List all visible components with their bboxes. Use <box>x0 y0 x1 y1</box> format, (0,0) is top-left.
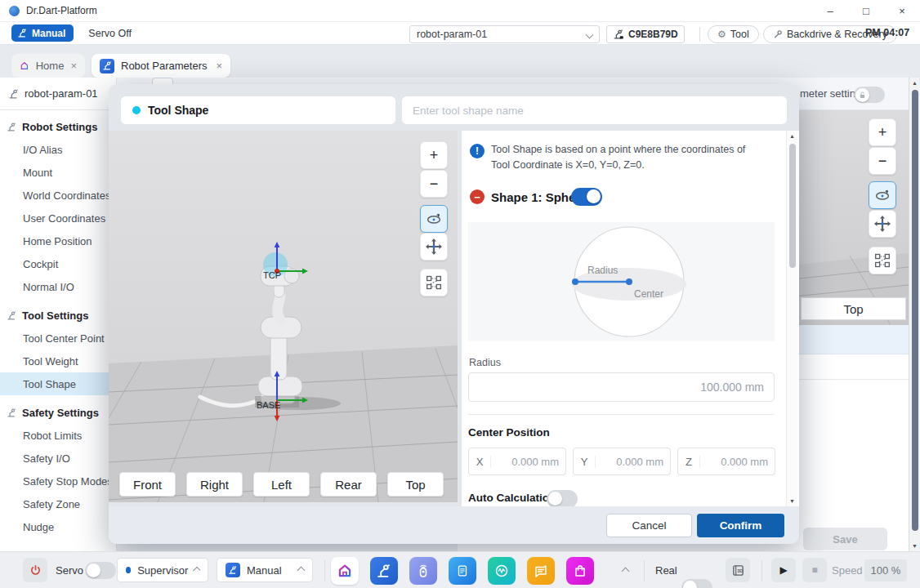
clock-text: PM 04:07 <box>865 27 909 38</box>
bg-pan-button[interactable] <box>869 210 896 238</box>
auto-calculation-toggle[interactable] <box>547 490 578 506</box>
dialog-3d-viewport[interactable]: TCP BASE + − <box>109 131 458 502</box>
main-scrollbar-thumb[interactable] <box>912 90 918 531</box>
center-y-input[interactable] <box>596 456 670 468</box>
axis-z-label: Z <box>678 456 700 468</box>
teach-pendant-app-icon[interactable] <box>409 557 437 585</box>
sidebar-item-tool-shape[interactable]: Tool Shape <box>0 372 116 395</box>
program-dropdown[interactable]: robot-param-01 <box>409 25 600 43</box>
sidebar-item-normal-io[interactable]: Normal I/O <box>0 275 116 298</box>
sidebar-item-safety-zone[interactable]: Safety Zone <box>0 492 116 515</box>
zoom-out-button[interactable]: − <box>420 170 448 198</box>
scroll-down-icon[interactable]: ▼ <box>909 543 920 549</box>
bg-measure-button[interactable] <box>869 247 896 274</box>
mode-dropdown[interactable]: Manual <box>217 558 313 582</box>
view-left-button[interactable]: Left <box>253 472 310 497</box>
home-app-icon[interactable] <box>331 557 359 585</box>
robot-parameters-icon <box>100 59 114 74</box>
info-icon: ! <box>470 144 485 158</box>
minimize-button[interactable]: – <box>812 0 848 22</box>
bg-zoom-in-button[interactable]: + <box>869 118 896 146</box>
role-status-dot <box>126 567 131 573</box>
sidebar-item-tool-center-point[interactable]: Tool Center Point <box>0 327 116 350</box>
status-dot-icon <box>132 106 141 114</box>
settings-lock-toggle[interactable] <box>854 87 885 103</box>
chat-app-icon[interactable] <box>527 557 555 585</box>
manual-mode-button[interactable]: Manual <box>11 24 74 42</box>
pan-icon <box>425 238 443 256</box>
sidebar-item-cockpit[interactable]: Cockpit <box>0 252 116 275</box>
view-top-button[interactable]: Top <box>387 472 444 497</box>
simulator-3d-button[interactable]: 3D <box>726 558 750 582</box>
maximize-button[interactable]: □ <box>848 0 884 22</box>
dock-divider <box>761 560 762 581</box>
save-button[interactable]: Save <box>803 528 887 550</box>
window-title: Dr.Dart-Platform <box>26 5 97 16</box>
tool-shape-name-input[interactable] <box>402 96 787 124</box>
orbit-button[interactable] <box>420 205 448 233</box>
bg-zoom-out-button[interactable]: − <box>869 147 896 175</box>
chevron-down-icon <box>586 30 594 38</box>
sidebar-item-safety-io[interactable]: Safety I/O <box>0 447 116 470</box>
robot-app-icon[interactable] <box>370 557 398 585</box>
center-z-input[interactable] <box>700 456 775 468</box>
sidebar-item-user-coordinates[interactable]: User Coordinates <box>0 207 116 229</box>
tab-home[interactable]: Home × <box>11 54 85 78</box>
tab-robot-parameters[interactable]: Robot Parameters × <box>92 54 230 78</box>
center-x-input[interactable] <box>491 456 565 468</box>
bg-top-view-button[interactable]: Top <box>801 297 906 320</box>
app-logo-icon <box>9 6 20 16</box>
cancel-button[interactable]: Cancel <box>606 514 692 537</box>
stop-button[interactable]: ■ <box>802 558 827 582</box>
chevron-up-icon <box>194 567 201 574</box>
view-front-button[interactable]: Front <box>119 472 176 497</box>
robot-file-icon <box>8 88 20 100</box>
sidebar-item-robot-limits[interactable]: Robot Limits <box>0 424 116 447</box>
play-button[interactable]: ▶ <box>771 558 796 582</box>
orbit-icon <box>873 186 891 204</box>
close-button[interactable]: × <box>884 0 920 22</box>
speed-value[interactable]: 100 % <box>864 559 907 581</box>
scroll-up-icon[interactable]: ▲ <box>909 80 920 86</box>
sidebar-file-header[interactable]: robot-param-01 <box>0 78 116 110</box>
shape-enable-toggle[interactable] <box>571 188 602 206</box>
tab-home-close-icon[interactable]: × <box>70 60 77 72</box>
view-right-button[interactable]: Right <box>186 472 243 497</box>
info-text: Tool Shape is based on a point where the… <box>491 142 761 173</box>
panel-scrollbar-thumb[interactable] <box>789 144 796 268</box>
document-app-icon[interactable] <box>449 557 476 585</box>
remove-shape-icon[interactable]: − <box>470 189 485 204</box>
real-toggle[interactable] <box>681 579 712 588</box>
sidebar: robot-param-01 Robot Settings I/O Alias … <box>0 78 117 551</box>
radius-input[interactable] <box>468 372 775 402</box>
tab-robot-parameters-close-icon[interactable]: × <box>216 60 222 72</box>
tool-button[interactable]: ⚙ Tool <box>708 25 759 43</box>
measure-button[interactable] <box>420 269 448 296</box>
bg-orbit-button[interactable] <box>869 181 896 209</box>
sidebar-item-mount[interactable]: Mount <box>0 161 116 184</box>
controller-id-badge[interactable]: C9E8B79D <box>606 25 685 43</box>
main-scrollbar[interactable]: ▲ ▼ <box>909 78 920 551</box>
auto-calculation-label: Auto Calculation <box>468 492 556 504</box>
pan-button[interactable] <box>420 233 448 261</box>
manual-mode-icon <box>17 28 28 38</box>
role-dropdown[interactable]: Supervisor <box>117 558 208 582</box>
view-rear-button[interactable]: Rear <box>320 472 377 497</box>
sidebar-item-home-position[interactable]: Home Position <box>0 229 116 252</box>
monitor-app-icon[interactable] <box>488 557 516 585</box>
servo-toggle[interactable] <box>85 562 116 579</box>
panel-scroll-down-icon[interactable]: ▼ <box>787 498 797 504</box>
dock-expand-icon[interactable] <box>622 568 630 576</box>
sidebar-item-tool-weight[interactable]: Tool Weight <box>0 350 116 372</box>
sidebar-item-io-alias[interactable]: I/O Alias <box>0 138 116 161</box>
panel-scrollbar[interactable]: ▲ ▼ <box>786 131 797 506</box>
sidebar-item-safety-stop-modes[interactable]: Safety Stop Modes <box>0 470 116 492</box>
power-icon <box>29 564 42 577</box>
confirm-button[interactable]: Confirm <box>697 514 784 537</box>
zoom-in-button[interactable]: + <box>420 141 448 169</box>
power-button[interactable] <box>23 558 47 582</box>
sidebar-item-world-coordinates[interactable]: World Coordinates <box>0 184 116 207</box>
sidebar-item-nudge[interactable]: Nudge <box>0 515 116 538</box>
panel-scroll-up-icon[interactable]: ▲ <box>787 133 797 139</box>
store-app-icon[interactable] <box>566 557 594 585</box>
